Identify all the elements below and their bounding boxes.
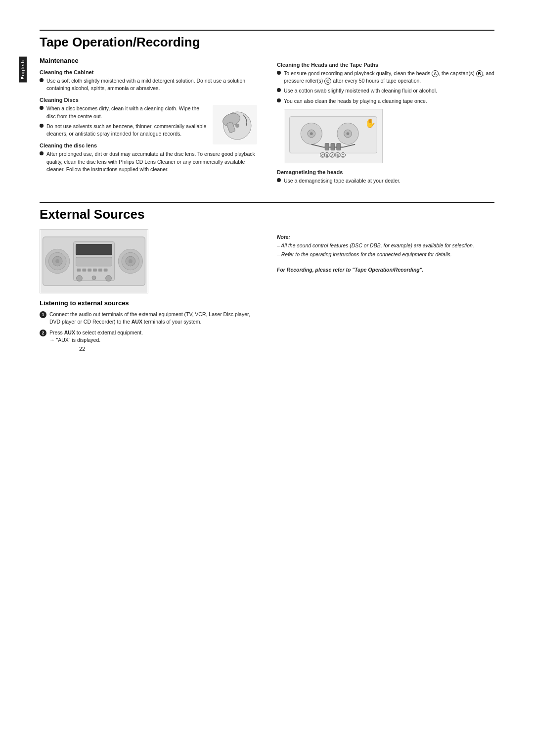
disc-cleaning-image: [213, 105, 257, 144]
right-column: Cleaning the Heads and the Tape Paths To…: [277, 57, 494, 187]
listening-step-2-text: Press AUX to select external equipment. …: [49, 329, 257, 344]
external-sources-title: External Sources: [40, 207, 494, 222]
listening-heading: Listening to external sources: [40, 299, 257, 307]
bullet-dot: [40, 106, 44, 110]
svg-rect-43: [93, 269, 97, 272]
tape-section-header: Tape Operation/Recording: [40, 30, 494, 50]
bullet-dot: [277, 98, 281, 102]
tape-section: Tape Operation/Recording English Mainten…: [40, 30, 494, 187]
listening-step-1-text: Connect the audio out terminals of the e…: [49, 311, 257, 326]
cleaning-cabinet-text-1: Use a soft cloth slightly moistened with…: [46, 77, 257, 92]
for-recording-note: For Recording, please refer to "Tape Ope…: [277, 267, 494, 273]
note-title: Note:: [277, 234, 494, 240]
label-a: A: [432, 70, 439, 77]
bullet-dot: [277, 88, 281, 92]
svg-rect-44: [98, 269, 102, 272]
external-sources-header: External Sources: [40, 202, 494, 222]
left-column: English Maintenance Cleaning the Cabinet…: [40, 57, 257, 187]
tape-mechanism-image: C B A B C ✋: [284, 109, 494, 163]
tape-section-title: Tape Operation/Recording: [40, 35, 494, 50]
external-two-column: Listening to external sources 1 Connect …: [40, 229, 494, 347]
bullet-dot: [277, 178, 281, 182]
cleaning-heads-text-1: To ensure good recording and playback qu…: [284, 70, 494, 85]
bullet-dot: [277, 71, 281, 75]
svg-rect-45: [104, 269, 108, 272]
demagnetising-bullet-1: Use a demagnetising tape available at yo…: [277, 177, 494, 185]
svg-rect-42: [88, 269, 91, 272]
cleaning-heads-bullet-1: To ensure good recording and playback qu…: [277, 70, 494, 85]
language-tab: English: [19, 57, 27, 83]
svg-rect-14: [331, 143, 335, 150]
cleaning-cabinet-bullet-1: Use a soft cloth slightly moistened with…: [40, 77, 257, 92]
step-number-2: 2: [40, 330, 46, 336]
cleaning-cabinet-title: Cleaning the Cabinet: [40, 69, 257, 75]
cleaning-discs-text-1: When a disc becomes dirty, clean it with…: [46, 105, 208, 120]
label-c: C: [324, 78, 331, 85]
svg-point-46: [77, 276, 83, 282]
svg-rect-41: [82, 269, 86, 272]
cleaning-discs-bullet-2: Do not use solvents such as benzene, thi…: [40, 123, 208, 138]
svg-rect-13: [325, 143, 329, 150]
cleaning-disc-lens-bullet-1: After prolonged use, dirt or dust may ac…: [40, 150, 257, 173]
external-sources-section: External Sources: [40, 202, 494, 347]
svg-point-36: [129, 259, 133, 263]
svg-point-32: [55, 259, 59, 263]
bullet-dot: [40, 151, 44, 155]
demagnetising-text-1: Use a demagnetising tape available at yo…: [284, 177, 494, 185]
svg-point-9: [310, 132, 313, 135]
svg-point-47: [106, 276, 112, 282]
note-line-2: – Refer to the operating instructions fo…: [277, 251, 494, 258]
cleaning-heads-title: Cleaning the Heads and the Tape Paths: [277, 62, 494, 68]
maintenance-heading: Maintenance: [40, 57, 257, 64]
cleaning-heads-bullet-3: You can also clean the heads by playing …: [277, 97, 494, 105]
listening-step-1: 1 Connect the audio out terminals of the…: [40, 311, 257, 326]
external-right-column: Note: – All the sound control features (…: [277, 229, 494, 347]
svg-text:✋: ✋: [365, 118, 376, 129]
stereo-device-image: [40, 229, 257, 293]
svg-rect-38: [76, 244, 112, 255]
svg-rect-39: [76, 257, 112, 266]
cleaning-discs-title: Cleaning Discs: [40, 97, 257, 103]
bullet-dot: [40, 124, 44, 128]
svg-rect-15: [337, 143, 341, 150]
note-line-1: – All the sound control features (DSC or…: [277, 242, 494, 249]
step-number-1: 1: [40, 311, 46, 318]
svg-point-48: [92, 276, 96, 280]
cleaning-heads-text-3: You can also clean the heads by playing …: [284, 97, 494, 105]
svg-rect-40: [77, 269, 81, 272]
cleaning-heads-bullet-2: Use a cotton swab slightly moistened wit…: [277, 87, 494, 94]
note-section: Note: – All the sound control features (…: [277, 234, 494, 258]
bullet-dot: [40, 78, 44, 82]
demagnetising-title: Demagnetising the heads: [277, 169, 494, 175]
page-number: 22: [79, 346, 85, 352]
cleaning-discs-bullet-1: When a disc becomes dirty, clean it with…: [40, 105, 208, 120]
listening-step-2: 2 Press AUX to select external equipment…: [40, 329, 257, 344]
cleaning-heads-text-2: Use a cotton swab slightly moistened wit…: [284, 87, 494, 94]
tape-two-column: English Maintenance Cleaning the Cabinet…: [40, 57, 494, 187]
label-b: B: [476, 70, 483, 77]
cleaning-disc-lens-text-1: After prolonged use, dirt or dust may ac…: [46, 150, 257, 173]
cleaning-discs-text-2: Do not use solvents such as benzene, thi…: [46, 123, 208, 138]
external-left-column: Listening to external sources 1 Connect …: [40, 229, 257, 347]
svg-point-12: [347, 132, 350, 135]
